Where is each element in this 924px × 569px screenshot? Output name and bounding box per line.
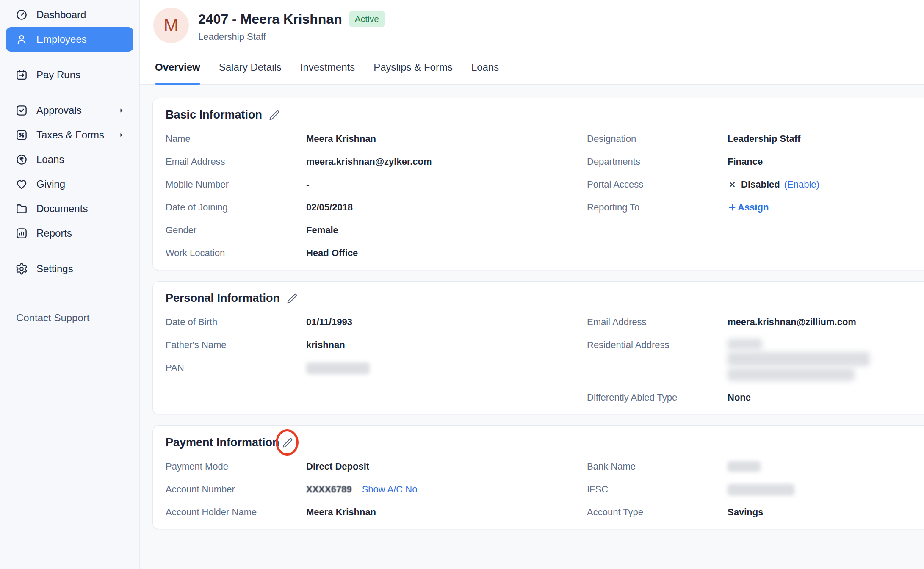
show-account-number-link[interactable]: Show A/C No [362, 483, 418, 496]
field-row-reporting-to: Reporting To Assign [587, 201, 924, 214]
sidebar-item-dashboard[interactable]: Dashboard [6, 3, 133, 27]
sidebar-item-label: Reports [36, 227, 72, 239]
sidebar-item-reports[interactable]: Reports [6, 221, 133, 246]
pay-runs-icon [15, 69, 28, 81]
chevron-right-icon [117, 131, 126, 139]
field-row-portal-access: Portal Access Disabled (Enable) [587, 178, 924, 191]
field-row: Account Holder NameMeera Krishnan [166, 506, 587, 519]
sidebar-item-label: Giving [36, 178, 65, 190]
redacted-pan-value [306, 362, 370, 374]
section-title: Personal Information [166, 292, 280, 305]
avatar: M [153, 8, 189, 43]
edit-personal-information-button[interactable] [286, 292, 299, 305]
status-badge: Active [349, 11, 385, 27]
edit-pencil-icon [268, 109, 280, 121]
edit-payment-information-button[interactable] [281, 436, 294, 449]
taxes-forms-icon [15, 129, 28, 141]
sidebar-item-label: Employees [36, 33, 87, 45]
field-row: Father's Namekrishnan [166, 339, 587, 351]
employee-designation: Leadership Staff [198, 31, 385, 42]
edit-basic-information-button[interactable] [268, 109, 281, 122]
employee-id: 2407 - [198, 11, 241, 27]
sidebar-item-giving[interactable]: Giving [6, 172, 133, 196]
field-row-bank-name: Bank Name [587, 460, 924, 473]
sidebar-item-documents[interactable]: Documents [6, 196, 133, 221]
employee-header: M 2407 - Meera Krishnan Active Leadershi… [140, 0, 924, 55]
sidebar-item-label: Settings [36, 263, 73, 275]
sidebar-item-employees[interactable]: Employees [6, 27, 133, 52]
section-title: Basic Information [166, 108, 262, 122]
sidebar-item-settings[interactable]: Settings [6, 257, 133, 281]
personal-information-card: Personal Information Date of Birth01/11/… [152, 281, 924, 414]
portal-access-value: Disabled [741, 178, 780, 191]
edit-pencil-icon [282, 437, 293, 449]
main-content: M 2407 - Meera Krishnan Active Leadershi… [140, 0, 924, 569]
field-row: DepartmentsFinance [587, 155, 924, 168]
documents-icon [15, 202, 28, 215]
sidebar: Dashboard Employees Pay Runs Approvals T… [0, 0, 140, 569]
chevron-right-icon [117, 106, 126, 115]
settings-icon [15, 262, 28, 275]
payment-information-card: Payment Information Payment ModeDirect D… [152, 425, 924, 529]
employee-name: Meera Krishnan [241, 11, 342, 27]
field-row-pan: PAN [166, 362, 587, 374]
redacted-ifsc [728, 484, 794, 496]
field-row: Date of Joining02/05/2018 [166, 201, 587, 214]
field-row-ifsc: IFSC [587, 483, 924, 496]
tab-investments[interactable]: Investments [300, 61, 355, 85]
sidebar-item-label: Dashboard [36, 9, 86, 21]
field-row: DesignationLeadership Staff [587, 133, 924, 145]
field-row: Account TypeSavings [587, 506, 924, 519]
enable-portal-link[interactable]: (Enable) [784, 178, 819, 191]
x-icon [728, 180, 737, 189]
sidebar-item-label: Documents [36, 203, 88, 215]
field-row: Email Addressmeera.krishnan@zillium.com [587, 316, 924, 329]
contact-support-link[interactable]: Contact Support [0, 312, 139, 324]
field-row: GenderFemale [166, 224, 587, 237]
sidebar-nav: Dashboard Employees Pay Runs Approvals T… [0, 3, 139, 281]
tab-overview[interactable]: Overview [155, 61, 200, 85]
page-title: 2407 - Meera Krishnan [198, 11, 342, 27]
approvals-icon [15, 104, 28, 117]
sidebar-item-label: Approvals [36, 105, 82, 116]
tab-loans[interactable]: Loans [471, 61, 499, 85]
sidebar-item-label: Taxes & Forms [36, 129, 104, 141]
field-row: Payment ModeDirect Deposit [166, 460, 587, 473]
field-row: Differently Abled TypeNone [587, 391, 924, 404]
redacted-residential-address [728, 339, 870, 381]
plus-icon [728, 203, 737, 212]
sidebar-item-taxes-forms[interactable]: Taxes & Forms [6, 123, 133, 147]
field-row: NameMeera Krishnan [166, 133, 587, 145]
assign-reporting-to-link[interactable]: Assign [728, 201, 769, 214]
basic-information-card: Basic Information NameMeera Krishnan Ema… [152, 98, 924, 270]
field-row: Work LocationHead Office [166, 247, 587, 260]
loans-icon [15, 153, 28, 166]
sidebar-divider [13, 296, 127, 296]
tab-payslips-forms[interactable]: Payslips & Forms [373, 61, 453, 85]
field-row: Email Addressmeera.krishnan@zylker.com [166, 155, 587, 168]
tab-salary-details[interactable]: Salary Details [219, 61, 282, 85]
dashboard-icon [15, 8, 28, 21]
overview-content: Basic Information NameMeera Krishnan Ema… [140, 85, 924, 569]
field-row-residential-address: Residential Address [587, 339, 924, 381]
sidebar-item-label: Pay Runs [36, 69, 80, 81]
tab-bar: Overview Salary Details Investments Pays… [140, 55, 924, 85]
giving-icon [15, 178, 28, 191]
field-row: Date of Birth01/11/1993 [166, 316, 587, 329]
reports-icon [15, 227, 28, 240]
section-title: Payment Information [166, 436, 279, 449]
sidebar-item-pay-runs[interactable]: Pay Runs [6, 63, 133, 87]
sidebar-item-approvals[interactable]: Approvals [6, 98, 133, 123]
sidebar-item-label: Loans [36, 154, 64, 166]
sidebar-item-loans[interactable]: Loans [6, 147, 133, 172]
field-row: Mobile Number- [166, 178, 587, 191]
employees-icon [15, 33, 28, 46]
redacted-bank-name [728, 461, 761, 472]
field-row-account-number: Account Number XXXX6789 Show A/C No [166, 483, 587, 496]
masked-account-number: XXXX6789 [306, 483, 352, 496]
edit-pencil-icon [286, 293, 298, 304]
